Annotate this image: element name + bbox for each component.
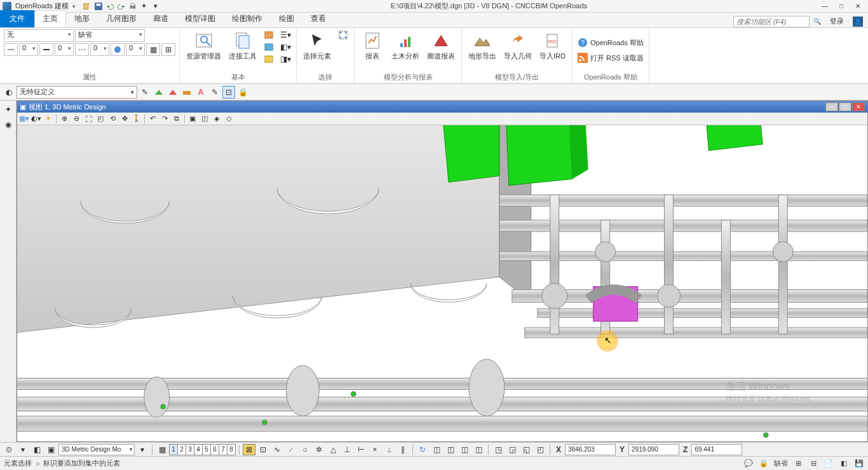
linestyle2-icon[interactable] xyxy=(39,43,53,56)
svg-rect-23 xyxy=(404,39,407,47)
feature-icon[interactable]: ◐ xyxy=(3,86,15,99)
svg-rect-15 xyxy=(265,56,273,62)
svg-rect-14 xyxy=(265,44,273,50)
svg-point-7 xyxy=(114,46,121,53)
window-title: E:\0项目\4.22\模型.dgn [3D - V8 DGN] - CNCCB… xyxy=(161,1,817,11)
corridor-report-button[interactable]: 廊道报表 xyxy=(424,29,458,62)
group-help-label: OpenRoads 帮助 xyxy=(576,71,645,83)
tab-drawing-prod[interactable]: 绘图制作 xyxy=(224,10,271,27)
help-link[interactable]: ? OpenRoads 帮助 xyxy=(576,36,645,49)
login-link[interactable]: 登录 xyxy=(825,15,849,27)
svg-rect-31 xyxy=(183,91,191,95)
basic-tool4-icon[interactable]: ☰▾ xyxy=(278,29,292,41)
feat-lock-icon[interactable]: 🔒 xyxy=(236,86,249,99)
svg-rect-22 xyxy=(400,43,403,47)
svg-point-30 xyxy=(579,59,581,62)
import-geometry-button[interactable]: 导入几何 xyxy=(501,29,534,62)
svg-point-19 xyxy=(340,37,342,39)
level-dropdown[interactable]: 缺省 xyxy=(75,29,145,42)
priority-icon[interactable]: ⊞ xyxy=(161,43,175,56)
chevron-down-icon[interactable]: ▾ xyxy=(72,3,76,10)
terrain-export-button[interactable]: 地形导出 xyxy=(466,29,499,62)
feat-tool1-icon[interactable]: ✎ xyxy=(139,86,151,99)
feat-tool4-icon[interactable] xyxy=(180,86,193,99)
tab-terrain[interactable]: 地形 xyxy=(66,10,98,27)
user-icon[interactable]: 👤 xyxy=(853,17,863,27)
attach-tools-button[interactable]: 连接工具 xyxy=(226,29,259,62)
rss-link[interactable]: 打开 RSS 读取器 xyxy=(576,52,645,64)
tab-corridor[interactable]: 廊道 xyxy=(145,10,177,27)
feat-tool5-icon[interactable]: A xyxy=(194,86,207,99)
svg-point-17 xyxy=(340,32,342,34)
ribbon-search-input[interactable] xyxy=(733,16,810,27)
svg-rect-1 xyxy=(96,3,100,6)
fence-icon[interactable] xyxy=(336,29,350,41)
basic-tool3-icon[interactable] xyxy=(262,53,276,65)
minimize-button[interactable]: — xyxy=(817,1,832,11)
basic-tool1-icon[interactable] xyxy=(262,29,276,41)
tab-drawing[interactable]: 绘图 xyxy=(271,10,302,27)
tab-view[interactable]: 查看 xyxy=(302,10,334,27)
tab-file[interactable]: 文件 xyxy=(0,10,34,27)
feat-tool6-icon[interactable]: ✎ xyxy=(208,86,221,99)
basic-tool2-icon[interactable] xyxy=(262,41,276,53)
ribbon-tabs: 文件 主页 地形 几何图形 廊道 模型详图 绘图制作 绘图 查看 🔍 登录 👤 xyxy=(0,13,868,28)
svg-rect-3 xyxy=(131,3,134,6)
group-attributes-label: 属性 xyxy=(4,71,175,83)
lineweight2-dropdown[interactable]: 0 xyxy=(55,43,74,56)
group-basic-label: 基本 xyxy=(184,71,292,83)
explorer-button[interactable]: 资源管理器 xyxy=(184,29,224,62)
import-ird-button[interactable]: IRD 导入IRD xyxy=(537,29,568,62)
svg-point-20 xyxy=(345,37,347,39)
lineweight-dropdown[interactable]: 0 xyxy=(19,43,38,56)
linestyle-icon[interactable] xyxy=(4,43,18,56)
feat-tool7-icon[interactable]: ⊡ xyxy=(222,86,235,99)
group-io-label: 模型导入/导出 xyxy=(466,71,568,83)
tab-detail[interactable]: 模型详图 xyxy=(177,10,224,27)
color-icon[interactable] xyxy=(111,43,125,56)
svg-rect-12 xyxy=(239,36,249,48)
select-element-button[interactable]: 选择元素 xyxy=(301,29,334,62)
civil-analysis-button[interactable]: 土木分析 xyxy=(389,29,422,62)
layer-dropdown[interactable]: 无 xyxy=(4,29,74,42)
feat-tool3-icon[interactable] xyxy=(166,86,179,99)
maximize-button[interactable]: □ xyxy=(834,1,849,11)
basic-tool6-icon[interactable]: ◨▾ xyxy=(278,53,292,65)
group-analysis-label: 模型分析与报表 xyxy=(358,71,458,83)
svg-text:?: ? xyxy=(581,39,585,46)
workflow-dropdown[interactable]: OpenRoads 建模 xyxy=(15,1,69,11)
svg-point-18 xyxy=(345,32,347,34)
feature-definition-dropdown[interactable]: 无特征定义 xyxy=(17,86,137,99)
close-button[interactable]: ✕ xyxy=(850,1,865,11)
app-icon xyxy=(3,2,11,11)
color-dropdown[interactable]: 0 xyxy=(126,43,145,56)
svg-rect-13 xyxy=(265,32,273,38)
group-select-label: 选择 xyxy=(301,71,350,83)
feat-tool2-icon[interactable] xyxy=(153,86,165,99)
report-button[interactable]: 报表 xyxy=(358,29,386,62)
basic-tool5-icon[interactable]: ◧▾ xyxy=(278,41,292,53)
transparency-icon[interactable]: ▦ xyxy=(146,43,160,56)
svg-text:IRD: IRD xyxy=(548,39,557,45)
search-icon[interactable]: 🔍 xyxy=(813,18,821,25)
feature-toolbar: ◐ 无特征定义 ✎ A ✎ ⊡ 🔒 xyxy=(0,84,868,100)
svg-rect-24 xyxy=(408,37,410,47)
tab-geometry[interactable]: 几何图形 xyxy=(98,10,145,27)
lineweight3-dropdown[interactable]: 0 xyxy=(90,43,109,56)
ribbon: 无 缺省 0 0 0 0 ▦ ⊞ 属性 xyxy=(0,28,868,84)
tab-home[interactable]: 主页 xyxy=(34,10,66,27)
linestyle3-icon[interactable] xyxy=(75,43,89,56)
